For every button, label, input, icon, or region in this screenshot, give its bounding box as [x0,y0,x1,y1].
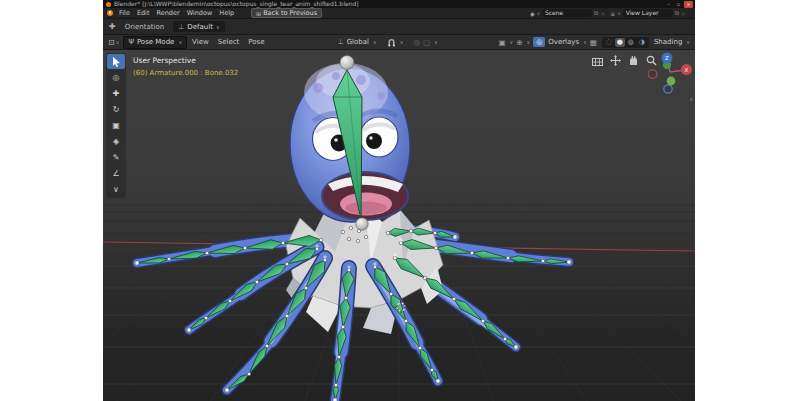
shading-material-button[interactable]: ◍ [626,38,636,47]
bone-joint[interactable] [135,261,139,265]
snap-magnet-icon[interactable] [387,38,396,47]
annotate-tool[interactable]: ✎ [107,150,125,165]
bone-joint[interactable] [247,372,251,376]
viewport-canvas[interactable] [103,50,695,401]
bone-joint[interactable] [567,260,571,264]
select-box-tool[interactable] [107,54,125,69]
bone-joint[interactable] [243,246,247,250]
chevron-down-icon: ∨ [216,24,220,30]
bone-joint[interactable] [304,286,308,290]
editor-type-icon[interactable]: ⊡ [108,38,115,47]
gizmo-y-ball[interactable] [667,77,676,86]
transform-tool[interactable]: ◈ [107,134,125,149]
bone-joint[interactable] [205,251,209,255]
more-tools-chevron[interactable]: ∨ [107,182,125,197]
scene-selector[interactable]: ◆ ∨ Scene ⧉ × [530,9,605,17]
viewport-3d[interactable]: User Perspective (60) Armature.000 : Bon… [103,50,695,401]
bone-joint[interactable] [433,231,437,235]
bone-joint[interactable] [265,344,269,348]
close-button[interactable]: × [684,1,693,8]
menu-pose[interactable]: Pose [248,38,264,46]
bone-joint[interactable] [434,246,438,250]
shading-rendered-button[interactable]: ◑ [637,38,647,47]
remove-view-layer-icon[interactable]: × [681,10,686,17]
bone-joint[interactable] [204,316,208,320]
bone-joint[interactable] [409,229,413,233]
mode-dropdown[interactable]: Ψ Pose Mode ∨ [123,36,187,49]
menu-help[interactable]: Help [219,8,234,18]
bone-joint[interactable] [228,299,232,303]
cursor-tool[interactable]: ◎ [107,70,125,85]
menu-render[interactable]: Render [156,8,179,18]
shading-solid-button[interactable]: ● [615,38,625,47]
shading-label[interactable]: Shading [654,38,682,46]
bone-joint[interactable] [470,251,474,255]
bone-joint[interactable] [418,346,422,350]
measure-tool[interactable]: ∠ [107,166,125,181]
bone-joint[interactable] [187,328,191,332]
gizmo-neg-z-ball[interactable] [664,85,672,93]
bone-head-sphere[interactable] [340,56,354,70]
active-bone-label: (60) Armature.000 : Bone.032 [133,69,238,77]
bone-joint[interactable] [337,355,341,359]
shading-wireframe-button[interactable]: ◌ [604,38,614,47]
back-to-previous-button[interactable]: ⊞ Back to Previous [251,8,322,18]
bone-joint[interactable] [285,262,289,266]
object-visibility-icon[interactable]: ▣ [499,38,506,47]
unlink-scene-icon[interactable]: × [600,10,605,17]
orientation-dropdown[interactable]: ⊥ Default ∨ [173,21,224,32]
transform-orientation-dropdown[interactable]: ⊥ Global ∨ [338,38,377,46]
show-overlays-toggle[interactable]: ◎ [533,37,545,47]
blender-logo-icon[interactable] [107,10,113,16]
xray-toggle-icon[interactable]: ▦ [590,38,597,47]
bone-joint[interactable] [344,296,348,300]
minimize-button[interactable]: – [664,1,673,8]
bone-joint[interactable] [452,297,456,301]
bone-joint[interactable] [281,241,285,245]
bone-joint[interactable] [341,325,345,329]
maximize-button[interactable]: ▫ [674,1,683,8]
bone-joint[interactable] [423,276,427,280]
bone-joint[interactable] [514,345,518,349]
bone-joint[interactable] [167,257,171,261]
bone-joint[interactable] [386,231,390,235]
menu-select[interactable]: Select [218,38,240,46]
bone-joint[interactable] [481,319,485,323]
menu-edit[interactable]: Edit [137,8,150,18]
view-layer-selector[interactable]: ≡ ∨ View Layer ⧉ × [610,9,686,17]
pan-hand-icon[interactable] [627,55,639,66]
sidebar-collapse-icon[interactable]: ‹ [690,96,693,104]
bone-joint[interactable] [430,368,434,372]
view-layer-name-field[interactable]: View Layer [623,9,673,17]
scene-name-field[interactable]: Scene [542,9,592,17]
bone-joint[interactable] [285,314,289,318]
new-scene-icon[interactable]: ⧉ [594,9,598,17]
menu-view[interactable]: View [192,38,209,46]
bone-joint[interactable] [506,256,510,260]
bone-joint[interactable] [319,238,323,242]
camera-view-icon[interactable] [591,55,603,66]
rotate-tool[interactable]: ↻ [107,102,125,117]
show-gizmo-icon[interactable]: ⊕ [516,38,522,47]
gizmo-neg-x-ball[interactable] [648,70,657,79]
bone-joint[interactable] [436,379,440,383]
new-view-layer-icon[interactable]: ⧉ [675,9,679,17]
navigation-gizmo[interactable]: Z X [648,51,694,97]
bone-joint[interactable] [225,388,229,392]
bone-root-sphere[interactable] [356,218,368,230]
overlays-label[interactable]: Overlays [548,38,579,46]
bone-joint[interactable] [503,337,507,341]
proportional-falloff-icon[interactable]: ▢ [423,38,430,47]
scale-tool[interactable]: ▣ [107,118,125,133]
bone-joint[interactable] [453,235,457,239]
menu-file[interactable]: File [119,8,130,18]
proportional-editing-icon[interactable]: ◎ [413,38,420,47]
bone-joint[interactable] [334,383,338,387]
bone-joint[interactable] [404,319,408,323]
move-view-icon[interactable] [609,55,621,66]
bone-joint[interactable] [389,292,393,296]
move-tool[interactable]: ✚ [107,86,125,101]
menu-window[interactable]: Window [187,8,213,18]
bone-joint[interactable] [255,280,259,284]
bone-joint[interactable] [541,259,545,263]
